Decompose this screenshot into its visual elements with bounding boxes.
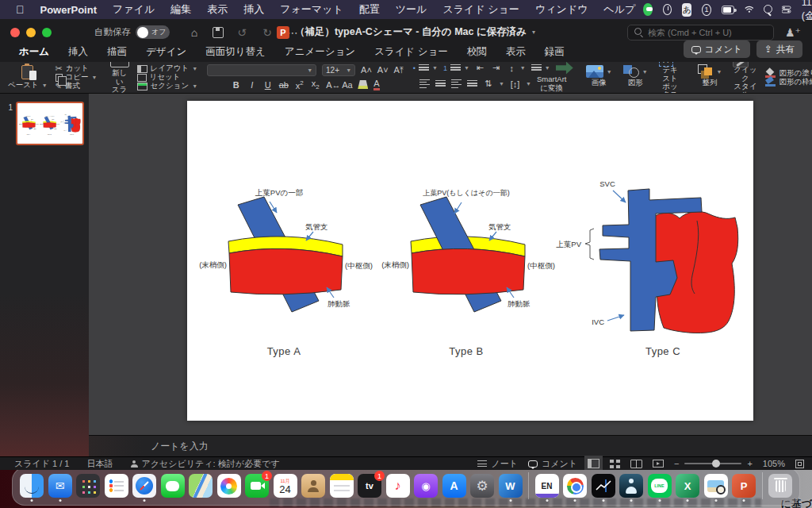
type-a-pa-label[interactable]: 肺動脈 xyxy=(327,299,350,308)
comments-toggle[interactable]: コメント xyxy=(528,458,577,470)
save-icon[interactable] xyxy=(213,27,224,38)
insert-shapes-button[interactable]: ▼ 図形 xyxy=(620,67,651,88)
accessibility-status[interactable]: アクセシビリティ: 検討が必要です xyxy=(131,458,280,470)
highlight-color-button[interactable] xyxy=(358,80,368,89)
tab-animations[interactable]: アニメーション xyxy=(275,45,365,62)
dock-excel[interactable]: X xyxy=(676,474,699,498)
apple-menu-icon[interactable]:  xyxy=(8,3,33,16)
character-spacing-button[interactable]: A↔ xyxy=(326,80,336,90)
section-button[interactable]: セクション▼ xyxy=(137,82,198,90)
type-a-central-label[interactable]: (中枢側) xyxy=(345,261,373,270)
dock-trash[interactable] xyxy=(768,474,792,498)
share-button[interactable]: ⇪ 共有 xyxy=(756,40,802,58)
type-a-bronchus-label[interactable]: 気管支 xyxy=(305,222,328,231)
slide-canvas[interactable]: 上葉PVの一部 気管支 (末梢側) (中枢側) 肺動脈 Type A xyxy=(89,94,812,435)
input-source-icon[interactable]: あ xyxy=(682,3,691,17)
dock-mail[interactable]: ✉ xyxy=(48,474,72,498)
shape-outline-button[interactable]: 図形の枠線▼ xyxy=(765,78,812,87)
menu-format[interactable]: フォーマット xyxy=(272,2,351,17)
type-c-ivc-label[interactable]: IVC xyxy=(592,318,604,326)
fit-slide-button[interactable] xyxy=(795,460,804,468)
type-b-pulmonary-artery-shape[interactable] xyxy=(412,248,525,294)
type-b-peripheral-label[interactable]: (末梢側) xyxy=(381,260,409,269)
close-window-button[interactable] xyxy=(10,28,20,37)
dock-notes[interactable] xyxy=(330,474,354,498)
change-case-button[interactable]: Aa xyxy=(342,80,352,90)
type-a-pulmonary-artery-shape[interactable] xyxy=(229,248,343,294)
dock-music[interactable]: ♪ xyxy=(386,474,410,498)
numbering-button[interactable]: 1▼ xyxy=(443,64,469,72)
control-center-icon[interactable] xyxy=(782,5,791,14)
circled-tray-icon[interactable]: 1 xyxy=(702,4,711,16)
dock-powerpoint[interactable]: P xyxy=(732,474,756,498)
menu-slideshow[interactable]: スライド ショー xyxy=(435,2,527,17)
dock-facetime[interactable]: 1 xyxy=(245,474,269,498)
menu-help[interactable]: ヘルプ xyxy=(596,2,643,17)
menu-arrange[interactable]: 配置 xyxy=(351,2,388,17)
tab-view[interactable]: 表示 xyxy=(496,45,535,62)
menu-app-name[interactable]: PowerPoint xyxy=(33,4,105,16)
tab-transitions[interactable]: 画面切り替え xyxy=(196,45,275,62)
dock-appletv[interactable]: tv1 xyxy=(358,474,381,498)
subscript-button[interactable]: x2 xyxy=(310,79,320,90)
home-icon[interactable]: ⌂ xyxy=(187,26,201,39)
dock-kindle[interactable] xyxy=(619,474,643,498)
zoom-slider[interactable] xyxy=(684,463,741,465)
zoom-out-button[interactable]: − xyxy=(674,459,679,468)
type-a-caption[interactable]: Type A xyxy=(267,345,301,357)
slide-thumbnail[interactable] xyxy=(16,102,84,145)
dock-word[interactable]: W xyxy=(499,474,523,498)
decrease-indent-button[interactable]: ⇤ xyxy=(475,63,485,73)
notes-placeholder[interactable]: ノートを入力 xyxy=(143,440,209,453)
align-left-button[interactable] xyxy=(419,79,430,88)
clear-formatting-button[interactable]: A⤒ xyxy=(394,65,404,75)
dock-photos[interactable] xyxy=(217,474,241,498)
bullets-button[interactable]: •▼ xyxy=(413,64,438,72)
document-title-area[interactable]: P （補足）typeA-Cシェーマ - 自分の Mac に保存済み ▾ xyxy=(277,25,535,39)
type-b-diagram[interactable]: 上葉PV(もしくはその一部) 気管支 (末梢側) (中枢側) 肺動脈 Type … xyxy=(381,189,555,357)
type-b-bronchus-label[interactable]: 気管支 xyxy=(488,222,511,231)
redo-icon[interactable]: ↻ xyxy=(260,26,274,39)
menu-file[interactable]: ファイル xyxy=(105,2,163,17)
insert-image-button[interactable]: ▼ 画像 xyxy=(583,67,615,88)
search-box[interactable] xyxy=(627,25,774,40)
type-c-diagram[interactable]: SVC 上葉PV IVC Type C xyxy=(556,179,737,357)
grow-font-button[interactable]: A˄ xyxy=(361,65,372,75)
menu-insert[interactable]: 挿入 xyxy=(236,2,272,17)
reading-view-button[interactable] xyxy=(630,460,642,468)
dock-line[interactable]: LINE xyxy=(648,474,672,498)
spotlight-search-icon[interactable] xyxy=(764,5,772,15)
shrink-font-button[interactable]: A˅ xyxy=(377,65,389,75)
dock-appstore[interactable]: A xyxy=(442,474,466,498)
menu-date[interactable]: 11月24日(金) xyxy=(802,0,812,23)
slide-indicator[interactable]: スライド 1 / 1 xyxy=(14,458,70,470)
smartart-label[interactable]: SmartArt に変換 xyxy=(537,75,566,92)
new-slide-button[interactable]: 新しい スライド xyxy=(107,62,132,94)
superscript-button[interactable]: x2 xyxy=(294,79,304,90)
language-indicator[interactable]: 日本語 xyxy=(87,458,113,470)
align-text-button[interactable]: [↕] xyxy=(510,79,520,89)
arrange-button[interactable]: ▼ 整列 xyxy=(695,67,726,88)
dock-settings[interactable]: ⚙ xyxy=(470,474,494,498)
clock-tray-icon[interactable] xyxy=(663,4,672,15)
dock-contacts[interactable] xyxy=(301,474,325,498)
type-b-central-label[interactable]: (中枢側) xyxy=(527,261,555,270)
share-people-icon[interactable]: ♟⁺ xyxy=(785,26,801,39)
undo-icon[interactable]: ↺ xyxy=(235,26,249,39)
tab-record[interactable]: 録画 xyxy=(535,45,574,62)
dock-launchpad[interactable] xyxy=(76,474,100,498)
dock-safari[interactable] xyxy=(132,474,156,498)
tab-insert[interactable]: 挿入 xyxy=(59,45,98,62)
dock-podcasts[interactable]: ◉ xyxy=(414,474,438,498)
type-b-pv-label[interactable]: 上葉PV(もしくはその一部) xyxy=(423,189,509,197)
insert-textbox-button[interactable]: A▼ テキスト ボックス xyxy=(656,62,685,94)
menu-tools[interactable]: ツール xyxy=(388,2,435,17)
zoom-in-button[interactable]: + xyxy=(747,459,752,468)
dock-stocks[interactable] xyxy=(592,474,615,498)
align-right-button[interactable] xyxy=(451,79,462,88)
strikethrough-button[interactable]: ab xyxy=(278,80,289,90)
menu-view[interactable]: 表示 xyxy=(199,2,236,17)
menu-window[interactable]: ウィンドウ xyxy=(527,2,596,17)
title-chevron-icon[interactable]: ▾ xyxy=(532,29,535,36)
type-a-diagram[interactable]: 上葉PVの一部 気管支 (末梢側) (中枢側) 肺動脈 Type A xyxy=(199,188,373,357)
